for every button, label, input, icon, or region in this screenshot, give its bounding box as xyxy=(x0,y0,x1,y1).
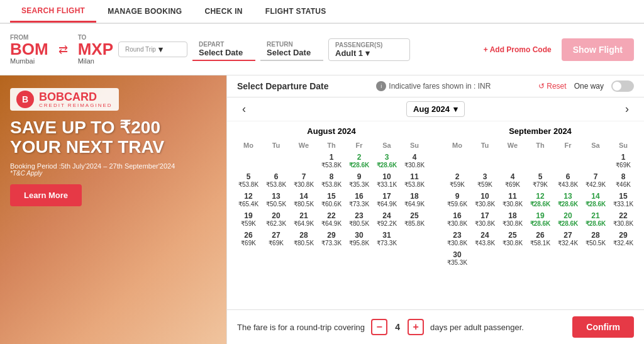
calendar-day[interactable]: 27₹32.4K xyxy=(554,229,582,248)
calendar-day[interactable]: 19₹28.6K xyxy=(526,209,554,229)
calendar-day[interactable]: 9₹59.6K xyxy=(443,190,471,209)
calendar-day[interactable]: 15₹60.6K xyxy=(318,190,345,209)
calendar-day[interactable]: 9₹35.3K xyxy=(345,170,373,190)
calendar-day[interactable]: 1₹53.8K xyxy=(318,151,345,170)
calendar-day[interactable]: 25₹85.8K xyxy=(401,209,428,229)
return-value: Select Date xyxy=(267,48,317,57)
calendar-day[interactable]: 30₹35.3K xyxy=(443,248,471,268)
calendar-day[interactable]: 31₹73.3K xyxy=(373,229,401,248)
footer-text-before: The fare is for a round-trip covering xyxy=(237,323,365,332)
calendar-day[interactable]: 25₹30.8K xyxy=(499,229,526,248)
calendar-day[interactable]: 6₹53.8K xyxy=(262,170,290,190)
calendar-day[interactable]: 12₹28.6K xyxy=(526,190,554,209)
calendar-day[interactable]: 29₹32.4K xyxy=(609,229,637,248)
calendar-day[interactable]: 14₹28.6K xyxy=(582,190,609,209)
calendar-day[interactable]: 26₹69K xyxy=(235,229,262,248)
calendar-day[interactable]: 17₹64.9K xyxy=(373,190,401,209)
calendar-day[interactable]: 8₹53.8K xyxy=(318,170,345,190)
calendar-day[interactable]: 13₹50.5K xyxy=(262,190,290,209)
calendar-day[interactable]: 5₹79K xyxy=(526,170,554,190)
calendar-day[interactable]: 20₹62.3K xyxy=(262,209,290,229)
calendar-day[interactable]: 3₹59K xyxy=(471,170,499,190)
calendar-day[interactable]: 23₹30.8K xyxy=(443,229,471,248)
return-date-picker[interactable]: RETURN Select Date xyxy=(260,38,323,61)
calendar-actions: ↺ Reset One way xyxy=(538,80,634,92)
days-stepper: − 4 + xyxy=(371,319,424,335)
calendar-day[interactable]: 28₹80.5K xyxy=(290,229,318,248)
calendar-day[interactable]: 12₹65.4K xyxy=(235,190,262,209)
calendar-day[interactable]: 13₹28.6K xyxy=(554,190,582,209)
trip-type-selector[interactable]: Round Trip ▾ xyxy=(118,42,187,57)
calendar-day[interactable]: 29₹73.3K xyxy=(318,229,345,248)
nav-flight-status[interactable]: FLIGHT STATUS xyxy=(254,0,338,23)
nav-search-flight[interactable]: SEARCH FLIGHT xyxy=(10,0,96,23)
to-city-block: TO MXP Milan xyxy=(78,34,113,65)
swap-icon[interactable]: ⇄ xyxy=(53,43,73,57)
reset-icon: ↺ xyxy=(538,82,545,91)
passengers-value: Adult 1 xyxy=(335,48,363,58)
calendar-day[interactable]: 8₹46K xyxy=(609,170,637,190)
show-flight-button[interactable]: Show Flight xyxy=(562,38,634,61)
calendar-day[interactable]: 15₹33.1K xyxy=(609,190,637,209)
calendar-header: Select Departure Date i Indicative fares… xyxy=(227,75,644,97)
august-grid: MoTuWeThFrSaSu 1₹53.8K2₹28.6K3₹28.6K4₹30… xyxy=(235,140,428,248)
calendar-day[interactable]: 28₹50.5K xyxy=(582,229,609,248)
calendar-day[interactable]: 21₹28.6K xyxy=(582,209,609,229)
calendar-day[interactable]: 4₹69K xyxy=(499,170,526,190)
calendar-day[interactable]: 11₹30.8K xyxy=(499,190,526,209)
calendar-day[interactable]: 26₹58.1K xyxy=(526,229,554,248)
passengers-selector[interactable]: PASSENGER(S) Adult 1 ▾ xyxy=(328,38,410,61)
calendar-day[interactable]: 7₹30.8K xyxy=(290,170,318,190)
confirm-button[interactable]: Confirm xyxy=(572,316,634,338)
to-code: MXP xyxy=(78,41,113,57)
calendar-day[interactable]: 14₹80.5K xyxy=(290,190,318,209)
calendar-day[interactable]: 21₹64.9K xyxy=(290,209,318,229)
calendar-day[interactable]: 24₹43.8K xyxy=(471,229,499,248)
one-way-label: One way xyxy=(574,82,604,91)
calendar-day[interactable]: 27₹69K xyxy=(262,229,290,248)
calendar-day[interactable]: 20₹28.6K xyxy=(554,209,582,229)
calendar-title: Select Departure Date xyxy=(237,81,329,91)
calendar-day[interactable]: 6₹43.8K xyxy=(554,170,582,190)
one-way-toggle[interactable] xyxy=(611,80,634,92)
calendar-day[interactable]: 18₹64.9K xyxy=(401,190,428,209)
bobcard-logo-icon: B xyxy=(16,91,34,108)
calendar-day[interactable]: 22₹64.9K xyxy=(318,209,345,229)
calendar-day[interactable]: 10₹30.8K xyxy=(471,190,499,209)
nav-manage-booking[interactable]: MANAGE BOOKING xyxy=(96,0,193,23)
calendar-day[interactable]: 30₹95.8K xyxy=(345,229,373,248)
calendar-day[interactable]: 17₹30.8K xyxy=(471,209,499,229)
bobcard-brand-name: BOBCARD xyxy=(39,91,113,103)
reset-button[interactable]: ↺ Reset xyxy=(538,82,566,91)
calendar-day[interactable]: 10₹33.1K xyxy=(373,170,401,190)
calendar-day[interactable]: 18₹30.8K xyxy=(499,209,526,229)
calendar-day[interactable]: 4₹30.8K xyxy=(401,151,428,170)
promo-code-button[interactable]: + Add Promo Code xyxy=(479,45,557,54)
calendar-day[interactable]: 23₹80.5K xyxy=(345,209,373,229)
calendar-day[interactable]: 2₹28.6K xyxy=(345,151,373,170)
decrement-days-button[interactable]: − xyxy=(371,319,387,335)
nav-check-in[interactable]: CHECK IN xyxy=(193,0,253,23)
calendar-day[interactable]: 5₹53.8K xyxy=(235,170,262,190)
calendar-day[interactable]: 16₹73.3K xyxy=(345,190,373,209)
calendar-day[interactable]: 1₹69K xyxy=(609,151,637,170)
calendar-day[interactable]: 19₹59K xyxy=(235,209,262,229)
increment-days-button[interactable]: + xyxy=(408,319,424,335)
depart-date-picker[interactable]: DEPART Select Date xyxy=(192,38,255,61)
calendar-day[interactable]: 3₹28.6K xyxy=(373,151,401,170)
calendar-day[interactable]: 16₹30.8K xyxy=(443,209,471,229)
calendar-day[interactable]: 24₹92.2K xyxy=(373,209,401,229)
calendar-day xyxy=(471,151,499,170)
calendar-day[interactable]: 22₹30.8K xyxy=(609,209,637,229)
calendar-day[interactable]: 2₹59K xyxy=(443,170,471,190)
month-navigation: ‹ Aug 2024 ▾ › xyxy=(227,97,644,121)
calendar-day[interactable]: 7₹42.9K xyxy=(582,170,609,190)
month-selector[interactable]: Aug 2024 ▾ xyxy=(406,101,465,117)
next-month-arrow[interactable]: › xyxy=(620,103,634,116)
calendar-day[interactable]: 11₹53.8K xyxy=(401,170,428,190)
from-city-block: FROM BOM Mumbai xyxy=(10,34,48,65)
info-icon: i xyxy=(376,81,386,91)
prev-month-arrow[interactable]: ‹ xyxy=(237,103,251,116)
learn-more-button[interactable]: Learn More xyxy=(10,184,82,206)
banner-tc: *T&C Apply xyxy=(10,170,216,177)
